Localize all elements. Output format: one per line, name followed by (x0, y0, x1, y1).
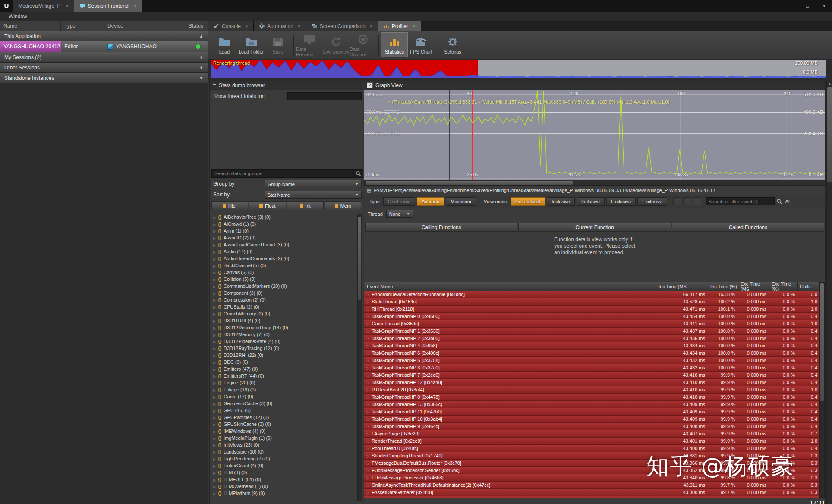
expand-arrow-icon[interactable] (213, 359, 216, 365)
event-search-input[interactable] (706, 197, 775, 205)
scrollbar-thumb[interactable] (827, 87, 832, 182)
column-device[interactable]: Device (104, 21, 182, 31)
column-type[interactable]: Type (61, 21, 104, 31)
expand-arrow-icon[interactable] (213, 415, 216, 420)
stats-group-row[interactable]: Component (3) (0) (211, 290, 357, 296)
tab-screen-comparison[interactable]: Screen Comparison × (306, 21, 378, 31)
scrollbar-thumb[interactable] (366, 181, 573, 185)
tooltip-close-icon[interactable]: × (388, 99, 391, 104)
column-event-name[interactable]: Event Name (364, 282, 656, 291)
column-exc-time-ms[interactable]: Exc Time (MS (738, 282, 769, 291)
event-row[interactable]: TaskGraphThreadHP 10 [0x3ab4] 43.409 ms … (364, 416, 820, 423)
expand-arrow-icon[interactable] (367, 460, 369, 466)
expand-arrow-icon[interactable] (213, 463, 216, 468)
expand-arrow-icon[interactable] (213, 380, 216, 385)
history-back-button[interactable] (673, 197, 681, 205)
close-tab-icon[interactable]: × (245, 23, 248, 29)
expand-arrow-icon[interactable] (367, 299, 369, 304)
expand-arrow-icon[interactable] (213, 332, 216, 337)
stats-group-row[interactable]: D3D11RHI (4) (0) (211, 317, 357, 324)
close-tab-icon[interactable]: × (370, 23, 373, 29)
event-row[interactable]: FAsyncPurge [0x3e20] 43.407 ms 99.9 % 0.… (364, 430, 820, 438)
expand-arrow-icon[interactable] (213, 270, 216, 275)
stats-group-row[interactable]: LightRendering (7) (0) (211, 455, 357, 462)
expand-arrow-icon[interactable] (213, 318, 216, 323)
column-inc-time-ms[interactable]: Inc Time (MS (656, 282, 708, 291)
expand-arrow-icon[interactable] (213, 394, 216, 399)
inclusive-button[interactable]: Inclusive (547, 197, 575, 206)
stats-group-row[interactable]: D3D12DescriptorHeap (14) (0) (211, 324, 357, 331)
stats-group-row[interactable]: InitViews (23) (0) (211, 441, 357, 448)
column-exc-time-pct[interactable]: Exc Time (%) (769, 282, 797, 291)
expand-arrow-icon[interactable] (367, 475, 369, 480)
expand-arrow-icon[interactable] (367, 402, 369, 407)
expand-arrow-icon[interactable] (367, 497, 369, 498)
close-tab-icon[interactable]: × (413, 23, 416, 29)
event-row[interactable]: RHIThread [0x2118] 43.471 ms 100.1 % 0.0… (364, 306, 820, 313)
event-row[interactable]: FAssetDataDiscovery [0x4bc0] 43.297 ms 9… (364, 496, 820, 498)
filter-hier-button[interactable]: Hier (211, 201, 248, 210)
event-row[interactable]: TaskGraphThreadHP 13 [0x365c] 43.409 ms … (364, 401, 820, 408)
stats-group-row[interactable]: LLMOverhead (1) (0) (211, 483, 357, 490)
one-frame-button[interactable]: OneFrame (383, 197, 416, 206)
stats-group-row[interactable]: D3D12PipelineState (4) (0) (211, 338, 357, 345)
expand-arrow-icon[interactable] (367, 424, 369, 429)
event-row[interactable]: TaskGraphThreadNP 2 [0x3b00] 43.436 ms 1… (364, 335, 820, 342)
event-row[interactable]: StatsThread [0x454c] 43.528 ms 100.2 % 0… (364, 298, 820, 306)
collapse-up-icon[interactable]: ▲ (199, 34, 203, 38)
expand-arrow-icon[interactable] (367, 438, 369, 444)
tab-console[interactable]: Console × (208, 21, 254, 31)
stats-group-row[interactable]: AsyncIO (2) (0) (211, 234, 357, 241)
expand-arrow-icon[interactable] (367, 416, 369, 422)
stats-group-row[interactable]: AsyncLoadGameThread (3) (0) (211, 241, 357, 248)
event-table-scrollbar[interactable] (819, 282, 825, 498)
expand-arrow-icon[interactable] (367, 314, 369, 319)
expand-arrow-icon[interactable] (213, 373, 216, 378)
expand-arrow-icon[interactable] (213, 339, 216, 344)
stats-group-row[interactable]: GPU (46) (0) (211, 407, 357, 414)
expand-arrow-icon[interactable] (367, 306, 369, 312)
stats-group-row[interactable]: D3D12RHI (22) (0) (211, 352, 357, 359)
expand-arrow-icon[interactable] (367, 446, 369, 451)
expand-arrow-icon[interactable] (213, 387, 216, 392)
close-tab-icon[interactable]: × (298, 23, 301, 29)
stats-group-row[interactable]: Game (17) (0) (211, 393, 357, 400)
search-icon[interactable] (356, 171, 361, 176)
expand-arrow-icon[interactable] (367, 292, 369, 297)
expand-arrow-icon[interactable] (367, 380, 369, 385)
hierarchical-button[interactable]: Hierarchical (511, 197, 545, 206)
sort-by-dropdown[interactable]: Stat Name ▼ (265, 191, 362, 199)
stats-group-row[interactable]: GPUParticles (12) (0) (211, 414, 357, 421)
stats-group-row[interactable]: Foliage (10) (0) (211, 386, 357, 393)
group-this-application[interactable]: This Application ▲ (0, 31, 208, 41)
stats-group-row[interactable]: Compression (2) (0) (211, 296, 357, 303)
maximum-button[interactable]: Maximum (446, 197, 476, 206)
group-by-dropdown[interactable]: Group Name ▼ (265, 180, 362, 188)
expand-arrow-icon[interactable] (213, 428, 216, 434)
column-status[interactable]: Status (182, 21, 208, 31)
stats-group-row[interactable]: D3D12RayTracing (12) (0) (211, 345, 357, 352)
expand-arrow-icon[interactable] (213, 449, 216, 454)
expand-arrow-icon[interactable] (213, 277, 216, 282)
stats-group-row[interactable]: GPUSkinCache (3) (0) (211, 421, 357, 428)
timeline-selection-border[interactable] (211, 60, 478, 78)
expand-arrow-icon[interactable] (367, 490, 369, 495)
group-other-sessions[interactable]: Other Sessions ▼ (0, 63, 208, 73)
expand-arrow-icon[interactable] (367, 387, 369, 392)
event-row[interactable]: TaskGraphThreadNP 5 [0x3758] 43.432 ms 1… (364, 357, 820, 364)
collapse-down-icon[interactable]: ▼ (199, 55, 203, 60)
window-tab-medievalvillage[interactable]: MedievalVillage_P × (13, 0, 74, 12)
event-row[interactable]: TaskGraphThreadNP 3 [0x37a0] 43.432 ms 1… (364, 364, 820, 372)
calling-functions-header[interactable]: Calling Functions (365, 223, 517, 232)
event-row[interactable]: TaskGraphThreadNP 4 [0x6b8] 43.434 ms 10… (364, 342, 820, 350)
minimize-button[interactable]: ─ (783, 0, 799, 12)
stats-group-row[interactable]: CPUStalls (2) (0) (211, 303, 357, 310)
filter-mem-button[interactable]: Mem (325, 201, 361, 210)
stats-group-row[interactable]: AICrowd (1) (0) (211, 220, 357, 227)
stats-group-row[interactable]: D3D12Memory (7) (0) (211, 331, 357, 338)
stats-group-row[interactable]: CommandListMarkers (20) (0) (211, 283, 357, 290)
settings-button[interactable]: Settings (439, 32, 466, 57)
expand-arrow-icon[interactable] (367, 431, 369, 436)
expand-arrow-icon[interactable] (213, 484, 216, 489)
close-tab-icon[interactable]: × (133, 3, 136, 9)
